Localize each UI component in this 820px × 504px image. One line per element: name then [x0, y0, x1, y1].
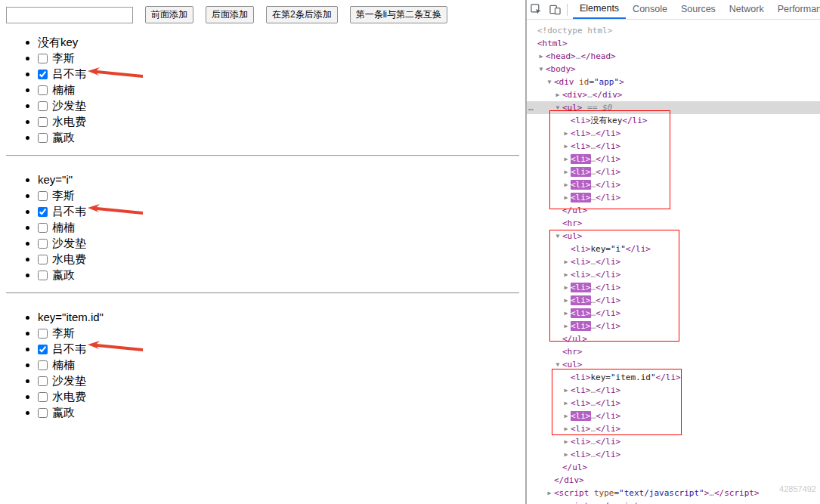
dom-tree-row[interactable]: ▶<script type="text/javascript">…</scrip…: [527, 487, 820, 499]
dom-tree-row[interactable]: ▶<li>…</li>: [527, 165, 820, 178]
item-checkbox[interactable]: [38, 70, 48, 79]
expand-arrow-right-icon[interactable]: ▶: [562, 307, 571, 320]
dom-tree-row[interactable]: </ul>: [527, 461, 820, 474]
expand-arrow-right-icon[interactable]: ▶: [553, 88, 562, 101]
expand-arrow-down-icon[interactable]: ▼: [553, 230, 562, 243]
expand-arrow-right-icon[interactable]: ▶: [562, 178, 571, 191]
dom-tree-row[interactable]: ▶<li>…</li>: [527, 448, 820, 461]
dom-tree-row[interactable]: ▶<li>…</li>: [527, 320, 820, 332]
dom-tree-row[interactable]: ▶<li>…</li>: [527, 435, 820, 448]
expand-arrow-right-icon[interactable]: ▶: [562, 191, 571, 204]
dom-tree-row[interactable]: ▶<head>…</head>: [527, 50, 820, 63]
item-checkbox[interactable]: [38, 223, 48, 233]
expand-arrow-right-icon[interactable]: ▶: [562, 384, 571, 397]
expand-arrow-right-icon[interactable]: ▶: [537, 50, 546, 63]
item-checkbox[interactable]: [38, 85, 48, 95]
tab-console[interactable]: Console: [626, 0, 674, 19]
expand-arrow-right-icon[interactable]: ▶: [562, 397, 571, 410]
item-checkbox[interactable]: [38, 408, 48, 418]
dom-tree-row[interactable]: ▶<li>…</li>: [527, 384, 820, 397]
dom-tree-row[interactable]: </ul>: [527, 204, 820, 217]
dom-tree-row[interactable]: ▶<li>…</li>: [527, 127, 820, 140]
dom-tree-row[interactable]: <li>没有key</li>: [527, 114, 820, 127]
expand-arrow-down-icon[interactable]: ▼: [545, 76, 554, 88]
expand-arrow-down-icon[interactable]: ▼: [553, 358, 562, 371]
dom-tree-row[interactable]: ▼<div id="app">: [527, 76, 820, 88]
dom-tree-row[interactable]: ▼<ul>: [527, 230, 820, 243]
item-checkbox[interactable]: [38, 54, 48, 63]
dom-tree-row[interactable]: ▶<li>…</li>: [527, 422, 820, 435]
dom-tree-row[interactable]: ▶<li>…</li>: [527, 294, 820, 307]
text-input[interactable]: [6, 7, 133, 23]
dom-tree-row[interactable]: ▶<li>…</li>: [527, 255, 820, 268]
item-checkbox[interactable]: [38, 271, 48, 280]
dom-tree-row[interactable]: ▼<ul>: [527, 358, 820, 371]
item-checkbox[interactable]: [38, 329, 48, 339]
dom-tree-row[interactable]: <hr>: [527, 345, 820, 358]
expand-arrow-right-icon[interactable]: ▶: [562, 448, 571, 461]
swap-first-second-button[interactable]: 第一条li与第二条互换: [350, 6, 447, 23]
insert-after-second-button[interactable]: 在第2条后添加: [266, 6, 338, 23]
expand-arrow-right-icon[interactable]: ▶: [562, 422, 571, 435]
dom-tree-row[interactable]: ▶<div>…</div>: [527, 88, 820, 101]
expand-arrow-right-icon[interactable]: ▶: [545, 499, 554, 504]
dom-tree-row[interactable]: ▶<li>…</li>: [527, 140, 820, 153]
expand-arrow-right-icon[interactable]: ▶: [562, 127, 571, 140]
dom-tree-row[interactable]: <html>: [527, 37, 820, 50]
expand-arrow-right-icon[interactable]: ▶: [562, 153, 571, 165]
expand-arrow-right-icon[interactable]: ▶: [562, 255, 571, 268]
item-checkbox[interactable]: [38, 101, 48, 111]
dom-tree-row[interactable]: ▶<li>…</li>: [527, 268, 820, 281]
dom-tree-row[interactable]: ▶<li>…</li>: [527, 410, 820, 422]
expand-arrow-right-icon[interactable]: ▶: [562, 410, 571, 422]
expand-arrow-right-icon[interactable]: ▶: [545, 487, 554, 499]
item-checkbox[interactable]: [38, 345, 48, 354]
expand-arrow-right-icon[interactable]: ▶: [562, 165, 571, 178]
dom-tree-row[interactable]: ▼<body>: [527, 63, 820, 76]
demo-list-3: key="item.id"李斯吕不韦楠楠沙发垫水电费嬴政: [6, 309, 519, 420]
expand-arrow-right-icon[interactable]: ▶: [562, 294, 571, 307]
tab-sources[interactable]: Sources: [674, 0, 723, 19]
dom-tree-row[interactable]: …▼<ul> == $0: [527, 101, 820, 114]
dom-tree-row[interactable]: <hr>: [527, 217, 820, 230]
overflow-ellipsis-icon: …: [528, 101, 534, 114]
list-item: 李斯: [38, 50, 519, 66]
list-header: 没有key: [38, 34, 519, 50]
tab-performance[interactable]: Performance: [771, 0, 820, 19]
item-checkbox[interactable]: [38, 191, 48, 201]
dom-tree-row[interactable]: <li>key="item.id"</li>: [527, 371, 820, 384]
dom-tree-row[interactable]: ▶<li>…</li>: [527, 397, 820, 410]
item-checkbox[interactable]: [38, 133, 48, 143]
dom-tree-row[interactable]: ▶<li>…</li>: [527, 307, 820, 320]
item-checkbox[interactable]: [38, 117, 48, 127]
tab-network[interactable]: Network: [723, 0, 771, 19]
inspect-element-icon[interactable]: [527, 2, 546, 18]
toolbar-separator: [567, 4, 568, 16]
expand-arrow-right-icon[interactable]: ▶: [562, 435, 571, 448]
dom-tree-row[interactable]: <!doctype html>: [527, 24, 820, 37]
device-toolbar-icon[interactable]: [546, 2, 565, 18]
item-checkbox[interactable]: [38, 392, 48, 402]
item-checkbox[interactable]: [38, 207, 48, 217]
expand-arrow-down-icon[interactable]: ▼: [537, 63, 546, 76]
item-checkbox[interactable]: [38, 239, 48, 249]
add-front-button[interactable]: 前面添加: [145, 6, 193, 23]
item-checkbox[interactable]: [38, 360, 48, 370]
dom-tree-row[interactable]: </div>: [527, 474, 820, 487]
expand-arrow-right-icon[interactable]: ▶: [562, 281, 571, 294]
expand-arrow-right-icon[interactable]: ▶: [562, 320, 571, 332]
dom-tree-row[interactable]: <li>key="i"</li>: [527, 243, 820, 255]
expand-arrow-down-icon[interactable]: ▼: [553, 101, 562, 114]
expand-arrow-right-icon[interactable]: ▶: [562, 268, 571, 281]
item-checkbox[interactable]: [38, 255, 48, 264]
expand-arrow-right-icon[interactable]: ▶: [562, 140, 571, 153]
dom-tree-row[interactable]: ▶<li>…</li>: [527, 281, 820, 294]
tab-elements[interactable]: Elements: [573, 0, 626, 19]
dom-tree-row[interactable]: </ul>: [527, 332, 820, 345]
dom-tree-row[interactable]: ▶<li>…</li>: [527, 178, 820, 191]
dom-tree-row[interactable]: ▶<li>…</li>: [527, 191, 820, 204]
item-checkbox[interactable]: [38, 376, 48, 386]
dom-tree-row[interactable]: ▶<script>…</script>: [527, 499, 820, 504]
add-back-button[interactable]: 后面添加: [206, 6, 254, 23]
dom-tree-row[interactable]: ▶<li>…</li>: [527, 153, 820, 165]
